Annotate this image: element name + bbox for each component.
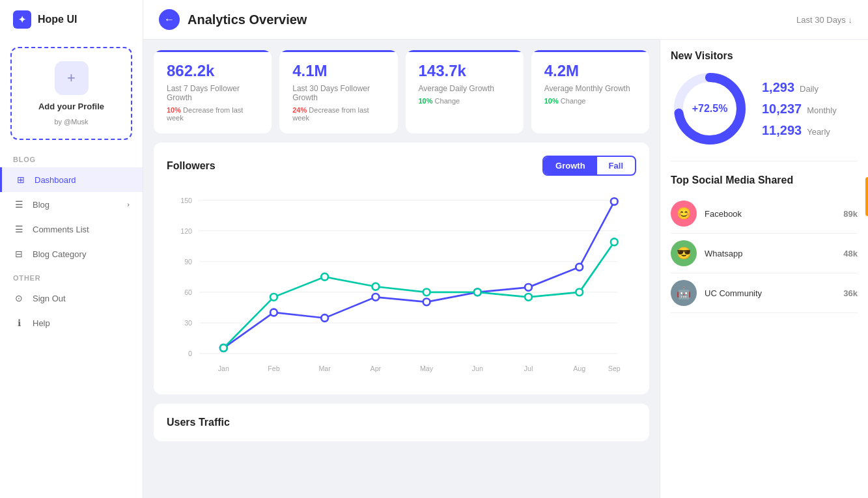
svg-point-27	[525, 284, 532, 291]
svg-point-23	[321, 314, 328, 322]
visitor-monthly-period: Monthly	[807, 105, 837, 115]
svg-point-30	[220, 344, 227, 352]
dashboard-icon: ⊞	[15, 174, 27, 186]
social-item-uc: 🤖 UC Community 36k	[671, 273, 858, 313]
stat-change-daily: 10% Change	[419, 97, 511, 105]
svg-text:Aug: Aug	[573, 365, 585, 372]
nav-section-blog: BLOG	[0, 148, 143, 167]
uc-count: 36k	[843, 288, 858, 298]
chart-title: Followers	[167, 160, 216, 172]
donut-chart: +72.5%	[671, 70, 749, 148]
svg-point-29	[611, 198, 618, 205]
svg-point-34	[423, 289, 430, 296]
svg-text:0: 0	[188, 350, 192, 357]
comments-label: Comments List	[33, 225, 89, 234]
stat-value-monthly: 4.2M	[544, 62, 636, 80]
svg-text:30: 30	[184, 319, 192, 327]
users-traffic-title: Users Traffic	[167, 417, 636, 428]
svg-point-25	[423, 299, 430, 306]
followers-chart-card: Followers Growth Fall	[154, 143, 649, 394]
chart-toggle-group: Growth Fall	[542, 156, 636, 176]
stat-change-30days: 24% Decrease from last week	[292, 106, 384, 122]
stat-label-monthly: Average Monthly Growth	[544, 84, 636, 93]
profile-name: Add your Profile	[38, 102, 104, 111]
blog-category-label: Blog Category	[33, 249, 86, 259]
svg-point-28	[576, 264, 583, 271]
social-item-facebook: 😊 Facebook 89k	[671, 194, 858, 234]
visitor-yearly-value: 11,293	[762, 123, 802, 138]
followers-chart-area: 0 30 60 90 120 150 Jan Feb Mar Apr May J…	[167, 186, 636, 381]
divider	[671, 161, 858, 161]
app-logo-icon: ✦	[13, 10, 31, 29]
sidebar-item-help[interactable]: ℹ Help	[0, 311, 143, 335]
stat-card-monthly: 4.2M Average Monthly Growth 10% Change	[531, 50, 649, 133]
stat-card-7days: 862.2k Last 7 Days Follower Growth 10% D…	[154, 50, 272, 133]
add-profile-button[interactable]: +	[55, 61, 89, 95]
donut-label: +72.5%	[692, 103, 728, 115]
sidebar-logo: ✦ Hope UI	[0, 10, 143, 39]
stats-row: 862.2k Last 7 Days Follower Growth 10% D…	[154, 50, 649, 133]
sidebar-item-blog-category[interactable]: ⊟ Blog Category	[0, 242, 143, 266]
nav-section-other: OTHER	[0, 266, 143, 286]
stat-value-7days: 862.2k	[167, 62, 259, 80]
new-visitors-title: New Visitors	[671, 50, 858, 62]
header: ← Analytics Overview Last 30 Days ↓	[143, 0, 868, 40]
social-item-whatsapp: 😎 Whatsapp 48k	[671, 234, 858, 273]
dashboard-label: Dashboard	[35, 175, 76, 185]
right-panel: New Visitors +72.5% 1,293	[660, 40, 868, 498]
visitor-stat-daily: 1,293 Daily	[762, 80, 837, 95]
sidebar-item-comments[interactable]: ☰ Comments List	[0, 217, 143, 242]
signout-label: Sign Out	[33, 294, 66, 303]
svg-text:90: 90	[184, 258, 192, 266]
svg-point-22	[270, 309, 277, 316]
svg-text:60: 60	[184, 288, 192, 296]
stat-card-daily: 143.7k Average Daily Growth 10% Change	[406, 50, 524, 133]
svg-text:Jun: Jun	[472, 365, 483, 372]
svg-point-36	[525, 294, 532, 301]
uc-name: UC Community	[705, 288, 835, 298]
signout-icon: ⊙	[13, 292, 25, 304]
svg-text:May: May	[420, 365, 434, 372]
whatsapp-name: Whatsapp	[705, 249, 835, 258]
visitor-stat-yearly: 11,293 Yearly	[762, 123, 837, 138]
facebook-name: Facebook	[705, 209, 835, 219]
date-range[interactable]: Last 30 Days ↓	[796, 15, 852, 25]
uc-avatar: 🤖	[671, 280, 697, 306]
svg-point-24	[372, 294, 380, 301]
sidebar-item-signout[interactable]: ⊙ Sign Out	[0, 286, 143, 311]
back-button[interactable]: ←	[159, 9, 180, 30]
help-icon: ℹ	[13, 317, 25, 329]
svg-point-32	[321, 273, 328, 281]
svg-point-37	[576, 289, 583, 296]
main-content: ← Analytics Overview Last 30 Days ↓ 862.…	[143, 0, 868, 498]
visitor-daily-value: 1,293	[762, 80, 794, 95]
sidebar: ✦ Hope UI + Add your Profile by @Musk BL…	[0, 0, 143, 498]
stat-label-daily: Average Daily Growth	[419, 84, 511, 93]
svg-text:Sep: Sep	[608, 365, 621, 372]
sidebar-item-blog[interactable]: ☰ Blog ›	[0, 192, 143, 217]
followers-svg: 0 30 60 90 120 150 Jan Feb Mar Apr May J…	[167, 186, 636, 381]
main-panel: 862.2k Last 7 Days Follower Growth 10% D…	[143, 40, 660, 498]
facebook-count: 89k	[843, 209, 858, 219]
app-name: Hope UI	[38, 14, 77, 25]
svg-point-31	[270, 294, 277, 301]
toggle-growth-button[interactable]: Growth	[544, 157, 597, 174]
toggle-fall-button[interactable]: Fall	[597, 157, 635, 174]
chevron-right-icon: ›	[127, 201, 130, 208]
stat-change-7days: 10% Decrease from last week	[167, 106, 259, 122]
social-media-section: Top Social Media Shared 😊 Facebook 89k 😎…	[671, 174, 858, 313]
visitor-monthly-value: 10,237	[762, 102, 802, 117]
blog-icon: ☰	[13, 199, 25, 210]
social-media-title: Top Social Media Shared	[671, 174, 858, 186]
new-visitors-section: New Visitors +72.5% 1,293	[671, 50, 858, 148]
whatsapp-avatar: 😎	[671, 240, 697, 266]
svg-point-33	[372, 283, 380, 290]
whatsapp-count: 48k	[843, 249, 858, 258]
svg-text:120: 120	[180, 227, 192, 235]
comments-icon: ☰	[13, 223, 25, 235]
svg-point-35	[474, 289, 481, 296]
svg-text:Feb: Feb	[268, 365, 279, 372]
profile-card[interactable]: + Add your Profile by @Musk	[10, 47, 132, 140]
sidebar-item-dashboard[interactable]: ⊞ Dashboard	[0, 167, 143, 192]
help-label: Help	[33, 318, 50, 328]
